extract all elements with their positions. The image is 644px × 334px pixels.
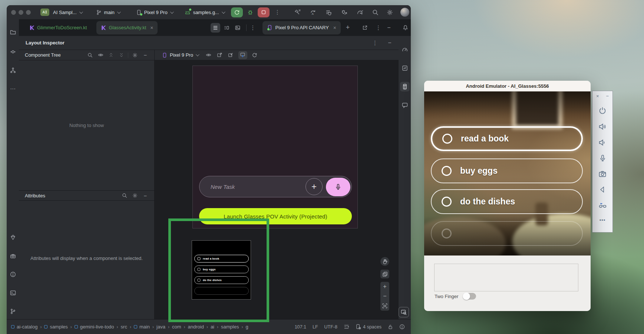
radio-circle-icon[interactable]	[442, 166, 452, 176]
window-close-button[interactable]	[11, 10, 16, 15]
structure-icon[interactable]	[8, 66, 18, 75]
debug-button[interactable]	[247, 9, 253, 15]
back-icon[interactable]	[599, 186, 606, 193]
tab-glimmertodoscreen[interactable]: GlimmerToDoScreen.kt	[25, 21, 91, 34]
branch-selector[interactable]: main	[96, 10, 120, 15]
more-vertical-icon[interactable]: ⋮	[376, 24, 381, 31]
caret-position[interactable]: 107:1	[295, 324, 306, 330]
glasses-icon[interactable]	[598, 201, 607, 210]
todo-item[interactable]: do the dishes	[431, 189, 583, 214]
zoom-to-fit-button[interactable]	[380, 301, 389, 311]
more-tool-windows-icon[interactable]: ⋯	[8, 84, 18, 94]
toggle-deep-inspect-button[interactable]	[238, 51, 247, 59]
volume-down-icon[interactable]	[598, 138, 607, 147]
breadcrumb-item[interactable]: src	[121, 324, 127, 330]
run-config-selector[interactable]: samples.g...	[185, 9, 224, 15]
breadcrumb-item[interactable]: android	[188, 324, 204, 330]
layers-view-button[interactable]	[380, 269, 390, 279]
zoom-in-button[interactable]: +	[380, 282, 389, 291]
user-avatar[interactable]	[400, 8, 409, 17]
microphone-icon[interactable]	[599, 154, 607, 162]
more-vertical-icon[interactable]: ⋮	[372, 40, 378, 46]
voice-input-button[interactable]	[326, 178, 350, 196]
todo-item[interactable]: read a book	[431, 126, 583, 151]
settings-gear-icon[interactable]	[131, 192, 139, 199]
emulator-minimize-icon[interactable]: −	[606, 93, 609, 99]
hide-panel-button[interactable]: −	[142, 192, 149, 199]
stop-button[interactable]	[258, 7, 270, 17]
search-icon[interactable]	[86, 51, 94, 59]
breadcrumb-item[interactable]: samples	[44, 324, 67, 330]
device-selector[interactable]: Pixel 9 Pro	[136, 10, 173, 15]
file-encoding[interactable]: UTF-8	[324, 324, 337, 330]
view-mode-design-button[interactable]	[233, 23, 242, 33]
breadcrumb-item[interactable]: ai	[211, 324, 214, 330]
close-tab-icon[interactable]: ×	[333, 25, 336, 31]
radio-circle-icon[interactable]	[442, 134, 452, 144]
view-mode-list-button[interactable]	[211, 23, 220, 33]
touchpad-area[interactable]	[434, 264, 578, 291]
new-task-input[interactable]: New Task +	[199, 176, 352, 197]
add-task-button[interactable]: +	[306, 178, 323, 195]
line-separator[interactable]: LF	[313, 324, 318, 330]
indent-size[interactable]: 4 spaces	[363, 324, 382, 330]
visibility-eye-icon[interactable]	[205, 51, 212, 59]
breadcrumb-item[interactable]: java	[156, 324, 165, 330]
open-in-window-icon[interactable]	[360, 23, 370, 33]
tab-glassesactivity[interactable]: GlassesActivity.kt ×	[96, 21, 158, 34]
camera-icon[interactable]	[598, 170, 607, 178]
pan-hand-button[interactable]	[380, 257, 390, 266]
volume-up-icon[interactable]	[598, 123, 607, 131]
emulator-screen[interactable]: read a book buy eggs do the dishes	[424, 91, 591, 255]
refresh-icon[interactable]	[251, 51, 258, 59]
more-options-icon[interactable]: •••	[600, 217, 606, 223]
emulator-close-icon[interactable]: ×	[596, 93, 599, 99]
settings-gear-icon[interactable]	[387, 9, 393, 16]
radio-circle-icon[interactable]	[442, 197, 452, 207]
profiler-icon[interactable]	[400, 45, 410, 54]
terminal-icon[interactable]	[8, 288, 18, 298]
more-vertical-icon[interactable]: ⋮	[275, 9, 280, 16]
inspected-device-selector[interactable]: Pixel 9 Pro	[162, 52, 198, 58]
project-selector[interactable]: AI Sampl...	[53, 10, 82, 15]
feedback-icon[interactable]	[400, 100, 410, 110]
apply-code-changes-icon[interactable]	[326, 9, 332, 16]
snapshot-export-icon[interactable]	[216, 51, 224, 59]
indent-icon[interactable]	[344, 324, 349, 330]
whats-new-icon[interactable]	[8, 233, 18, 242]
dependencies-icon[interactable]	[8, 251, 18, 261]
inspector-snapshot-button[interactable]	[399, 307, 409, 317]
zoom-out-button[interactable]: −	[380, 291, 389, 301]
add-device-button[interactable]: +	[343, 23, 353, 33]
notifications-status-icon[interactable]	[399, 324, 405, 330]
hide-panel-button[interactable]: −	[386, 39, 393, 47]
notifications-bell-icon[interactable]	[400, 23, 410, 33]
expand-all-icon[interactable]	[107, 51, 115, 59]
two-finger-toggle[interactable]	[463, 293, 476, 300]
snapshot-import-icon[interactable]	[227, 51, 235, 59]
close-tab-icon[interactable]: ×	[150, 25, 153, 31]
profile-app-icon[interactable]	[294, 9, 301, 16]
app-quality-insights-icon[interactable]	[400, 63, 410, 73]
apply-changes-icon[interactable]: A	[310, 9, 316, 16]
version-control-icon[interactable]	[8, 307, 18, 316]
window-minimize-button[interactable]	[19, 10, 23, 15]
running-devices-tab[interactable]: Pixel 9 Pro API CANARY ×	[262, 21, 341, 34]
attach-debugger-icon[interactable]	[341, 9, 347, 16]
layout-inspector-tool-icon[interactable]	[400, 82, 410, 91]
visibility-eye-icon[interactable]	[97, 51, 104, 59]
breadcrumb-item[interactable]: g	[245, 324, 248, 330]
commit-icon[interactable]	[8, 47, 18, 57]
todo-item[interactable]: buy eggs	[431, 158, 583, 183]
window-zoom-button[interactable]	[26, 10, 31, 15]
breadcrumb-item[interactable]: samples	[221, 324, 239, 330]
problems-icon[interactable]	[8, 270, 18, 279]
breadcrumb-item[interactable]: com	[172, 324, 181, 330]
breadcrumb-item[interactable]: main	[134, 324, 150, 330]
gradle-sync-icon[interactable]	[357, 9, 363, 16]
search-icon[interactable]	[372, 9, 379, 16]
hide-panel-button[interactable]: −	[384, 23, 394, 33]
unlock-icon[interactable]	[388, 324, 393, 330]
view-mode-split-button[interactable]	[222, 23, 231, 33]
breadcrumb-item[interactable]: ai-catalog	[11, 324, 37, 330]
